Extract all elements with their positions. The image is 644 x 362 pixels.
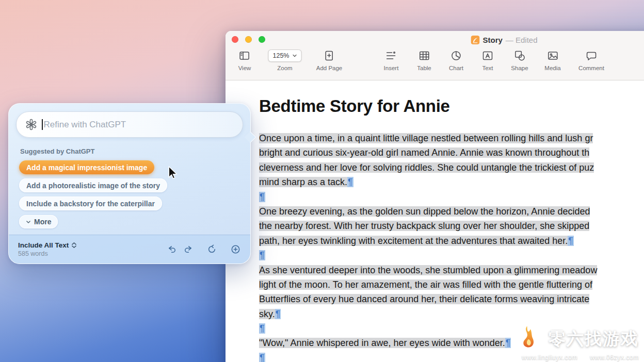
zoom-control[interactable]: 125%: [268, 50, 302, 62]
more-label: More: [34, 218, 51, 226]
document-line[interactable]: Butterflies of every hue danced around h…: [259, 292, 644, 306]
document-line[interactable]: sky.¶: [259, 307, 644, 321]
scope-control[interactable]: Include All Text 585 words: [18, 241, 77, 257]
selected-text: cleverness and her love for solving ridd…: [259, 162, 594, 173]
add-button[interactable]: [230, 244, 241, 255]
word-count: 585 words: [18, 250, 77, 257]
close-button[interactable]: [232, 36, 238, 43]
toolbar-label: Add Page: [316, 65, 343, 71]
document-line[interactable]: cleverness and her love for solving ridd…: [259, 160, 644, 175]
document-line[interactable]: mind sharp as a tack.¶: [259, 175, 644, 189]
text-icon: [481, 50, 494, 62]
document-heading[interactable]: Bedtime Story for Annie: [259, 96, 644, 117]
redo-button[interactable]: [183, 244, 194, 255]
toolbar-label: Table: [417, 65, 431, 71]
watermark-brand: 零六找游戏: [549, 327, 639, 351]
toolbar-shape[interactable]: Shape: [511, 50, 528, 71]
pilcrow-mark: ¶: [568, 236, 574, 246]
pilcrow-mark: ¶: [259, 323, 265, 334]
regenerate-button[interactable]: [206, 244, 217, 255]
suggested-by-label: Suggested by ChatGPT: [20, 147, 250, 155]
up-down-chevrons-icon: [71, 242, 77, 249]
flame-icon: [516, 325, 537, 352]
toolbar-label: Text: [482, 65, 493, 71]
text-caret: [42, 119, 43, 130]
chatgpt-input[interactable]: Refine with ChatGPT: [16, 111, 243, 138]
selected-text: mind sharp as a tack.: [259, 177, 347, 187]
redo-icon: [183, 244, 194, 255]
traffic-lights: [232, 36, 265, 43]
toolbar-text[interactable]: Text: [481, 50, 494, 71]
toolbar-zoom[interactable]: 125% Zoom: [268, 50, 302, 71]
selected-text: As she ventured deeper into the woods, s…: [259, 265, 597, 275]
fullscreen-button[interactable]: [259, 36, 265, 43]
selected-text: Once upon a time, in a quaint little vil…: [259, 133, 593, 143]
chatgpt-panel: Refine with ChatGPT Suggested by ChatGPT…: [8, 103, 251, 264]
toolbar-label: Zoom: [277, 65, 292, 71]
watermark-url-right: www.06zyx.com: [590, 354, 639, 361]
document-line[interactable]: light of the moon. To her amazement, the…: [259, 277, 644, 292]
undo-button[interactable]: [167, 244, 178, 255]
document-line[interactable]: As she ventured deeper into the woods, s…: [259, 263, 644, 277]
selected-text: sky.: [259, 309, 275, 319]
suggestion-pill-1[interactable]: Add a magical impressionist image: [19, 160, 154, 174]
selected-text: "Wow," Annie whispered in awe, her eyes …: [259, 338, 505, 348]
toolbar-add-page[interactable]: Add Page: [316, 50, 343, 71]
toolbar-label: Media: [544, 65, 560, 71]
document-line[interactable]: One breezy evening, as the golden sun di…: [259, 204, 644, 219]
toolbar-media[interactable]: Media: [544, 50, 560, 71]
chevron-down-icon: [26, 220, 31, 224]
chevron-down-icon: [292, 54, 297, 57]
media-icon: [546, 50, 559, 62]
zoom-value: 125%: [273, 52, 289, 59]
toolbar-chart[interactable]: Chart: [449, 50, 463, 71]
document-canvas[interactable]: Bedtime Story for Annie Once upon a time…: [226, 80, 644, 362]
toolbar-label: Insert: [384, 65, 399, 71]
shape-icon: [513, 50, 526, 62]
pilcrow-mark: ¶: [259, 353, 265, 362]
pilcrow-mark: ¶: [505, 338, 511, 348]
document-line[interactable]: ¶: [259, 190, 644, 204]
more-button[interactable]: More: [19, 215, 58, 228]
toolbar-view[interactable]: View: [238, 50, 251, 71]
selected-text: One breezy evening, as the golden sun di…: [259, 206, 590, 217]
selected-text: light of the moon. To her amazement, the…: [259, 279, 592, 290]
suggestion-pill-3[interactable]: Include a backstory for the caterpillar: [19, 196, 162, 210]
document-line[interactable]: path, her eyes twinkling with excitement…: [259, 234, 644, 248]
add-page-icon: [323, 50, 335, 62]
toolbar-label: Chart: [449, 65, 463, 71]
toolbar-label: View: [238, 65, 251, 71]
selected-text: the nearby forest. With her trusty backp…: [259, 221, 589, 231]
undo-icon: [167, 244, 178, 255]
document-line[interactable]: ¶: [259, 248, 644, 262]
mouse-cursor: [168, 166, 178, 181]
chatgpt-logo-icon: [25, 118, 38, 131]
pages-window: Story — Edited View 125% Zoom Add Page: [226, 31, 644, 362]
toolbar-label: Shape: [511, 65, 528, 71]
selected-text: path, her eyes twinkling with excitement…: [259, 236, 568, 246]
panel-actions: [167, 244, 241, 255]
pages-app-icon: [471, 36, 479, 44]
selected-text: bright and curious six-year-old girl nam…: [259, 147, 589, 158]
document-line[interactable]: the nearby forest. With her trusty backp…: [259, 219, 644, 233]
window-titlebar[interactable]: Story — Edited View 125% Zoom Add Page: [226, 31, 644, 80]
watermark: 零六找游戏 www.lingliuyx.com www.06zyx.com: [516, 325, 639, 361]
document-line[interactable]: Once upon a time, in a quaint little vil…: [259, 131, 644, 145]
toolbar-label: Comment: [578, 65, 604, 71]
document-line[interactable]: bright and curious six-year-old girl nam…: [259, 145, 644, 160]
insert-icon: [385, 50, 397, 62]
comment-icon: [585, 50, 598, 62]
toolbar-comment[interactable]: Comment: [578, 50, 604, 71]
selected-text: Butterflies of every hue danced around h…: [259, 294, 589, 304]
pilcrow-mark: ¶: [347, 177, 353, 187]
window-title: Story — Edited: [471, 36, 537, 44]
retry-icon: [206, 244, 217, 255]
panel-footer: Include All Text 585 words: [9, 235, 250, 264]
pilcrow-mark: ¶: [259, 250, 265, 260]
pilcrow-mark: ¶: [259, 192, 265, 202]
toolbar-insert[interactable]: Insert: [384, 50, 399, 71]
pilcrow-mark: ¶: [275, 309, 281, 319]
suggestion-pill-2[interactable]: Add a photorealistic image of the story: [19, 178, 167, 192]
minimize-button[interactable]: [245, 36, 252, 43]
toolbar-table[interactable]: Table: [417, 50, 431, 71]
